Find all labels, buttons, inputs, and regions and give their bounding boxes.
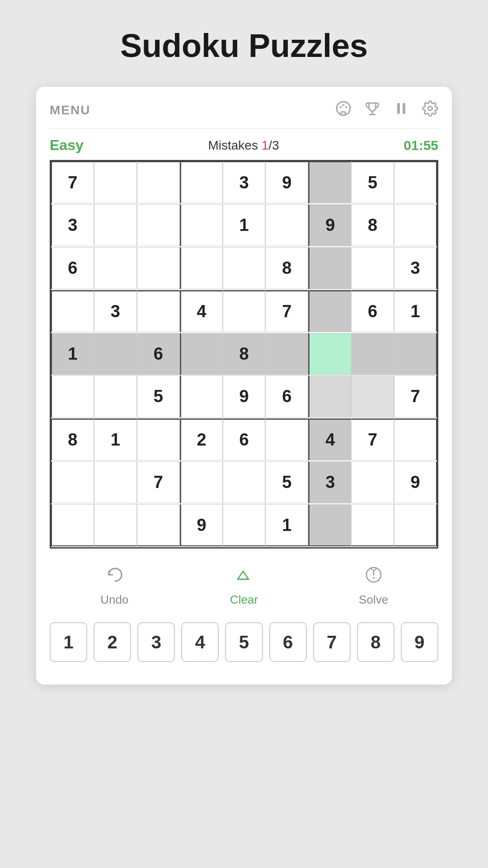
cell-r5c4[interactable]: [180, 333, 223, 375]
pause-icon[interactable]: [393, 100, 409, 120]
cell-r1c3[interactable]: [137, 161, 180, 203]
cell-r8c1[interactable]: [51, 461, 94, 503]
num-btn-6[interactable]: 6: [269, 622, 307, 662]
cell-r3c6[interactable]: 8: [265, 247, 308, 289]
cell-r6c6[interactable]: 6: [265, 375, 308, 418]
cell-r7c9[interactable]: [394, 418, 437, 460]
cell-r5c5[interactable]: 8: [223, 333, 266, 375]
cell-r6c1[interactable]: [51, 375, 94, 418]
cell-r3c4[interactable]: [180, 247, 223, 289]
cell-r7c5[interactable]: 6: [223, 418, 266, 460]
cell-r3c1[interactable]: 6: [51, 247, 94, 289]
cell-r7c7[interactable]: 4: [308, 418, 351, 460]
cell-r1c5[interactable]: 3: [223, 161, 266, 203]
cell-r3c9[interactable]: 3: [394, 247, 437, 289]
cell-r5c6[interactable]: [265, 333, 308, 375]
cell-r4c5[interactable]: [223, 290, 266, 332]
cell-r1c8[interactable]: 5: [351, 161, 394, 203]
cell-r1c9[interactable]: [394, 161, 437, 203]
num-btn-2[interactable]: 2: [94, 622, 131, 662]
num-btn-4[interactable]: 4: [181, 622, 219, 662]
number-pad: 123456789: [50, 618, 438, 666]
cell-r5c2[interactable]: [94, 333, 137, 375]
cell-r2c4[interactable]: [180, 204, 223, 246]
cell-r1c4[interactable]: [180, 161, 223, 203]
cell-r8c2[interactable]: [94, 461, 137, 503]
cell-r2c7[interactable]: 9: [308, 204, 351, 246]
undo-button[interactable]: Undo: [87, 565, 141, 607]
cell-r3c8[interactable]: [351, 247, 394, 289]
cell-r8c3[interactable]: 7: [137, 461, 180, 503]
cell-r3c3[interactable]: [137, 247, 180, 289]
cell-r7c2[interactable]: 1: [94, 418, 137, 460]
num-btn-9[interactable]: 9: [401, 622, 438, 662]
cell-r1c7[interactable]: [308, 161, 351, 203]
cell-r8c9[interactable]: 9: [394, 461, 437, 503]
cell-r5c1[interactable]: 1: [51, 333, 94, 375]
cell-r8c5[interactable]: [223, 461, 266, 503]
cell-r9c5[interactable]: [223, 504, 266, 546]
cell-r4c1[interactable]: [51, 290, 94, 332]
cell-r7c8[interactable]: 7: [351, 418, 394, 460]
cell-r4c8[interactable]: 6: [351, 290, 394, 332]
cell-r4c3[interactable]: [137, 290, 180, 332]
cell-r2c5[interactable]: 1: [223, 204, 266, 246]
cell-r3c5[interactable]: [223, 247, 266, 289]
cell-r9c7[interactable]: [308, 504, 351, 546]
num-btn-8[interactable]: 8: [357, 622, 394, 662]
cell-r5c9[interactable]: [394, 333, 437, 375]
cell-r6c7[interactable]: [308, 375, 351, 418]
cell-r7c4[interactable]: 2: [180, 418, 223, 460]
cell-r9c9[interactable]: [394, 504, 437, 546]
num-btn-3[interactable]: 3: [137, 622, 175, 662]
cell-r2c9[interactable]: [394, 204, 437, 246]
cell-r2c2[interactable]: [94, 204, 137, 246]
cell-r6c8[interactable]: [351, 375, 394, 418]
cell-r9c4[interactable]: 9: [180, 504, 223, 546]
cell-r6c2[interactable]: [94, 375, 137, 418]
settings-icon[interactable]: [422, 100, 438, 120]
cell-r4c2[interactable]: 3: [94, 290, 137, 332]
cell-r8c6[interactable]: 5: [265, 461, 308, 503]
cell-r6c9[interactable]: 7: [394, 375, 437, 418]
cell-r4c9[interactable]: 1: [394, 290, 437, 332]
clear-button[interactable]: Clear: [217, 565, 271, 607]
cell-r5c8[interactable]: [351, 333, 394, 375]
top-icons: [335, 100, 438, 120]
cell-r2c3[interactable]: [137, 204, 180, 246]
cell-r2c1[interactable]: 3: [51, 204, 94, 246]
cell-r4c7[interactable]: [308, 290, 351, 332]
cell-r8c4[interactable]: [180, 461, 223, 503]
cell-r7c1[interactable]: 8: [51, 418, 94, 460]
num-btn-7[interactable]: 7: [313, 622, 351, 662]
cell-r8c8[interactable]: [351, 461, 394, 503]
cell-r2c8[interactable]: 8: [351, 204, 394, 246]
cell-r7c3[interactable]: [137, 418, 180, 460]
cell-r1c1[interactable]: 7: [51, 161, 94, 203]
cell-r1c2[interactable]: [94, 161, 137, 203]
cell-r9c6[interactable]: 1: [265, 504, 308, 546]
cell-r5c7[interactable]: [308, 333, 351, 375]
num-btn-5[interactable]: 5: [225, 622, 263, 662]
cell-r7c6[interactable]: [265, 418, 308, 460]
cell-r6c4[interactable]: [180, 375, 223, 418]
cell-r1c6[interactable]: 9: [265, 161, 308, 203]
palette-icon[interactable]: [335, 100, 352, 120]
menu-button[interactable]: MENU: [50, 103, 90, 117]
cell-r2c6[interactable]: [265, 204, 308, 246]
cell-r4c6[interactable]: 7: [265, 290, 308, 332]
cell-r9c3[interactable]: [137, 504, 180, 546]
cell-r9c2[interactable]: [94, 504, 137, 546]
cell-r4c4[interactable]: 4: [180, 290, 223, 332]
num-btn-1[interactable]: 1: [50, 622, 87, 662]
cell-r5c3[interactable]: 6: [137, 333, 180, 375]
cell-r6c5[interactable]: 9: [223, 375, 266, 418]
cell-r8c7[interactable]: 3: [308, 461, 351, 503]
cell-r3c2[interactable]: [94, 247, 137, 289]
solve-button[interactable]: Solve: [347, 565, 401, 607]
cell-r9c1[interactable]: [51, 504, 94, 546]
trophy-icon[interactable]: [364, 100, 380, 120]
cell-r6c3[interactable]: 5: [137, 375, 180, 418]
cell-r9c8[interactable]: [351, 504, 394, 546]
cell-r3c7[interactable]: [308, 247, 351, 289]
